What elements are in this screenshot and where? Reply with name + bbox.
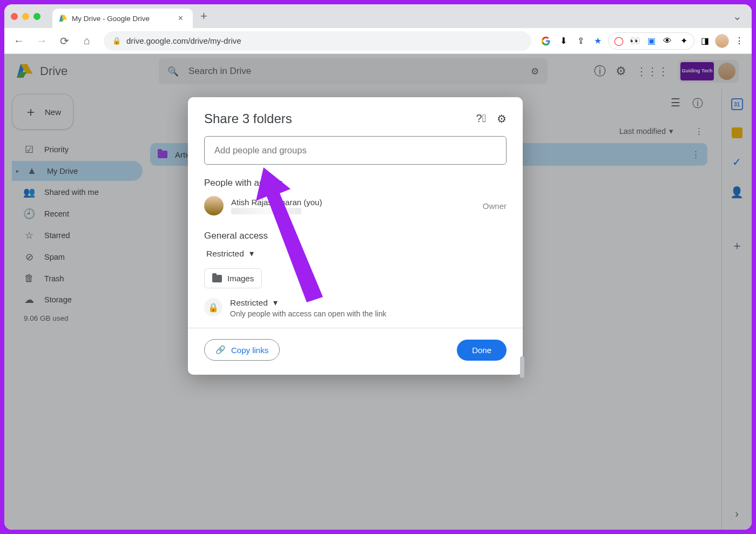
minimize-window[interactable] [22,13,29,20]
person-row: Atish Rajasekharan (you) Owner [204,196,507,215]
people-with-access-heading: People with access [204,178,507,188]
address-bar[interactable]: 🔒 drive.google.com/drive/my-drive [104,31,531,51]
window-controls [11,13,40,20]
ext-badge-icon[interactable]: ▣ [644,34,658,48]
folder-chip[interactable]: Images [204,268,262,288]
tab-overflow-icon[interactable]: ⌄ [730,10,745,23]
browser-menu-icon[interactable]: ⋮ [732,34,746,48]
scrollbar[interactable] [520,356,524,378]
browser-toolbar: ← → ⟳ ⌂ 🔒 drive.google.com/drive/my-driv… [4,28,752,54]
person-avatar [204,196,224,215]
browser-titlebar: My Drive - Google Drive × + ⌄ [4,4,752,28]
link-access-dropdown[interactable]: Restricted ▾ [230,298,387,308]
bookmark-icon[interactable]: ★ [591,34,605,48]
extensions-icon[interactable]: ✦ [677,34,691,48]
back-button[interactable]: ← [10,32,28,50]
dialog-footer: 🔗 Copy links Done [188,328,523,375]
person-email-redacted [231,208,301,214]
share-dialog: Share 3 folders ?⃝ ⚙ People with access … [188,97,523,375]
person-name: Atish Rajasekharan (you) [231,198,322,207]
chip-label: Images [227,274,254,283]
link-access-row: 🔒 Restricted ▾ Only people with access c… [204,298,507,318]
share-icon[interactable]: ⇪ [573,34,588,48]
maximize-window[interactable] [33,13,40,20]
home-button[interactable]: ⌂ [78,32,96,50]
ext-eyes-icon[interactable]: 👀 [628,34,642,48]
dialog-title: Share 3 folders [204,111,292,126]
done-button[interactable]: Done [457,340,507,361]
dialog-settings-icon[interactable]: ⚙ [497,112,507,125]
ext-eye-icon[interactable]: 👁 [660,34,674,48]
link-icon: 🔗 [215,345,226,355]
access-level-dropdown[interactable]: Restricted ▾ [206,249,507,259]
download-icon[interactable]: ⬇ [556,34,570,48]
person-role: Owner [483,201,507,211]
new-tab-button[interactable]: + [193,9,215,23]
close-tab-icon[interactable]: × [176,13,185,23]
sidebar-toggle-icon[interactable]: ◨ [698,34,712,48]
lock-icon: 🔒 [112,37,121,45]
drive-app: Drive 🔍 Search in Drive ⚙ ⓘ ⚙ ⋮⋮⋮ Guidin… [4,54,752,530]
copy-links-button[interactable]: 🔗 Copy links [204,339,280,361]
tab-title: My Drive - Google Drive [72,15,150,23]
folder-icon [212,275,222,282]
general-access-heading: General access [204,231,507,241]
chevron-down-icon: ▾ [249,249,254,259]
chevron-down-icon: ▾ [273,298,278,308]
reload-button[interactable]: ⟳ [55,32,73,50]
ext-opera-icon[interactable]: ◯ [612,34,626,48]
lock-icon: 🔒 [204,298,222,316]
google-icon[interactable] [539,34,553,48]
drive-favicon-icon [58,13,68,23]
forward-button[interactable]: → [32,32,51,50]
close-window[interactable] [11,13,18,20]
extension-group: ◯ 👀 ▣ 👁 ✦ [608,32,694,50]
add-people-input[interactable] [204,136,507,165]
link-access-description: Only people with access can open with th… [230,309,387,318]
dialog-help-icon[interactable]: ?⃝ [476,112,486,125]
url-text: drive.google.com/drive/my-drive [126,36,241,45]
profile-avatar[interactable] [715,34,729,48]
browser-tab[interactable]: My Drive - Google Drive × [52,9,193,28]
